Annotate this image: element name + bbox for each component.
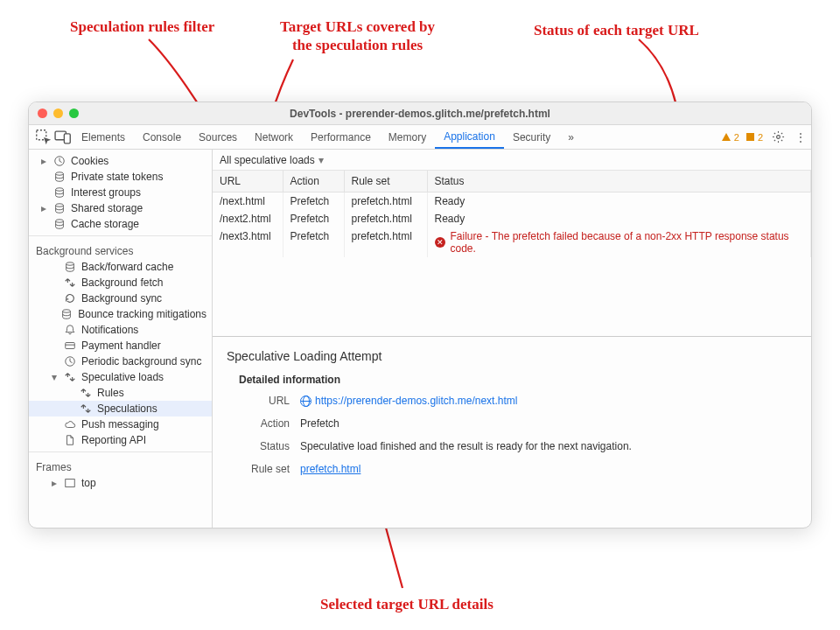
sidebar-item-label: Back/forward cache xyxy=(81,261,173,273)
col-rule-set[interactable]: Rule set xyxy=(344,171,427,192)
db-icon xyxy=(60,308,73,320)
detail-title: Speculative Loading Attempt xyxy=(227,349,797,363)
sidebar-item-bounce-tracking-mitigations[interactable]: Bounce tracking mitigations xyxy=(29,306,212,322)
sidebar-item-label: Push messaging xyxy=(81,418,159,430)
titlebar: DevTools - prerender-demos.glitch.me/pre… xyxy=(29,102,811,125)
sidebar-item-shared-storage[interactable]: ▸Shared storage xyxy=(29,200,212,216)
col-status[interactable]: Status xyxy=(427,171,811,192)
detail-status-label: Status xyxy=(239,440,290,452)
table-row[interactable]: /next2.htmlPrefetchprefetch.htmlReady xyxy=(213,210,811,228)
sidebar-item-label: Speculative loads xyxy=(81,371,164,383)
db-icon xyxy=(53,202,66,214)
svg-point-9 xyxy=(66,262,74,266)
tab-security[interactable]: Security xyxy=(504,125,559,149)
sidebar-item-top[interactable]: ▸top xyxy=(29,475,212,491)
sidebar-header-bg: Background services xyxy=(29,240,212,259)
sidebar-item-label: Private state tokens xyxy=(71,171,163,183)
table-row[interactable]: /next.htmlPrefetchprefetch.htmlReady xyxy=(213,192,811,211)
tabs-overflow[interactable]: » xyxy=(559,125,583,149)
sidebar-item-label: Speculations xyxy=(97,402,158,415)
annotation-filter: Speculation rules filter xyxy=(70,18,214,36)
more-icon[interactable]: ⋮ xyxy=(790,125,811,149)
detail-status-value: Speculative load finished and the result… xyxy=(300,440,632,452)
sidebar-item-push-messaging[interactable]: Push messaging xyxy=(29,416,212,432)
device-icon[interactable] xyxy=(53,125,73,149)
tab-strip: ElementsConsoleSourcesNetworkPerformance… xyxy=(29,125,811,150)
sidebar-item-reporting-api[interactable]: Reporting API xyxy=(29,432,212,448)
cell-ruleset: prefetch.html xyxy=(344,210,427,228)
svg-rect-2 xyxy=(64,133,70,143)
sync-icon xyxy=(64,371,76,383)
detail-panel: Speculative Loading Attempt Detailed inf… xyxy=(213,337,811,528)
main-panel: All speculative loads▾ URLActionRule set… xyxy=(213,150,811,528)
inspect-icon[interactable] xyxy=(34,125,53,149)
col-url[interactable]: URL xyxy=(213,171,283,192)
sidebar-item-label: Notifications xyxy=(81,324,138,336)
sidebar-item-payment-handler[interactable]: Payment handler xyxy=(29,338,212,354)
detail-ruleset-link[interactable]: prefetch.html xyxy=(300,463,360,475)
cell-ruleset: prefetch.html xyxy=(344,192,427,211)
sidebar-item-label: top xyxy=(81,477,96,489)
tab-console[interactable]: Console xyxy=(134,125,190,149)
sync-icon xyxy=(64,276,76,289)
tab-sources[interactable]: Sources xyxy=(190,125,246,149)
speculative-loads-filter[interactable]: All speculative loads▾ xyxy=(213,150,811,171)
sidebar-item-label: Rules xyxy=(97,387,124,399)
caret-icon: ▸ xyxy=(41,155,48,167)
tab-elements[interactable]: Elements xyxy=(73,125,134,149)
sidebar-item-back-forward-cache[interactable]: Back/forward cache xyxy=(29,259,212,275)
doc-icon xyxy=(64,434,76,446)
svg-point-3 xyxy=(777,136,780,139)
bell-icon xyxy=(64,324,76,336)
cell-url: /next.html xyxy=(213,192,283,211)
tab-application[interactable]: Application xyxy=(435,125,504,149)
tab-network[interactable]: Network xyxy=(246,125,302,149)
db-icon xyxy=(53,171,66,183)
sidebar-item-speculations[interactable]: Speculations xyxy=(29,401,212,416)
cell-action: Prefetch xyxy=(283,192,344,211)
sidebar-item-notifications[interactable]: Notifications xyxy=(29,322,212,338)
sidebar-header-frames: Frames xyxy=(29,456,212,475)
tab-memory[interactable]: Memory xyxy=(380,125,435,149)
frame-icon xyxy=(64,477,76,489)
sidebar-item-speculative-loads[interactable]: ▾Speculative loads xyxy=(29,369,212,385)
gear-icon[interactable] xyxy=(766,125,790,149)
sidebar-item-cookies[interactable]: ▸Cookies xyxy=(29,153,212,169)
clock-icon xyxy=(53,155,66,167)
sidebar-item-label: Background fetch xyxy=(81,276,163,289)
sidebar-item-periodic-background-sync[interactable]: Periodic background sync xyxy=(29,354,212,369)
sidebar-item-background-sync[interactable]: Background sync xyxy=(29,290,212,306)
cell-action: Prefetch xyxy=(283,228,344,257)
caret-icon: ▾ xyxy=(52,371,59,383)
db-icon xyxy=(64,261,76,273)
sidebar-item-label: Cache storage xyxy=(71,218,139,230)
cell-url: /next3.html xyxy=(213,228,283,257)
sidebar: ▸CookiesPrivate state tokensInterest gro… xyxy=(29,150,213,528)
sidebar-item-cache-storage[interactable]: Cache storage xyxy=(29,216,212,232)
sidebar-item-private-state-tokens[interactable]: Private state tokens xyxy=(29,169,212,185)
detail-url-link[interactable]: https://prerender-demos.glitch.me/next.h… xyxy=(315,395,517,407)
svg-point-10 xyxy=(63,310,71,313)
window-title: DevTools - prerender-demos.glitch.me/pre… xyxy=(29,108,811,120)
cloud-icon xyxy=(64,418,76,430)
annotation-details: Selected target URL details xyxy=(320,595,494,613)
cell-status: Ready xyxy=(427,192,811,211)
cell-action: Prefetch xyxy=(283,210,344,228)
speculations-table: URLActionRule setStatus /next.htmlPrefet… xyxy=(213,171,811,337)
sidebar-item-label: Background sync xyxy=(81,292,162,304)
sync-icon xyxy=(80,387,92,399)
svg-point-8 xyxy=(56,220,64,223)
sidebar-item-label: Cookies xyxy=(71,155,108,167)
sidebar-item-interest-groups[interactable]: Interest groups xyxy=(29,185,212,200)
sidebar-item-background-fetch[interactable]: Background fetch xyxy=(29,275,212,290)
svg-point-5 xyxy=(56,172,64,176)
tab-performance[interactable]: Performance xyxy=(302,125,380,149)
table-row[interactable]: /next3.htmlPrefetchprefetch.html✕Failure… xyxy=(213,228,811,257)
sidebar-item-label: Payment handler xyxy=(81,340,161,352)
col-action[interactable]: Action xyxy=(283,171,344,192)
chevron-down-icon: ▾ xyxy=(318,154,324,166)
warnings-badge[interactable]: 2 xyxy=(718,125,743,149)
svg-point-7 xyxy=(56,204,64,207)
sidebar-item-rules[interactable]: Rules xyxy=(29,385,212,401)
issues-badge[interactable]: 2 xyxy=(743,125,766,149)
